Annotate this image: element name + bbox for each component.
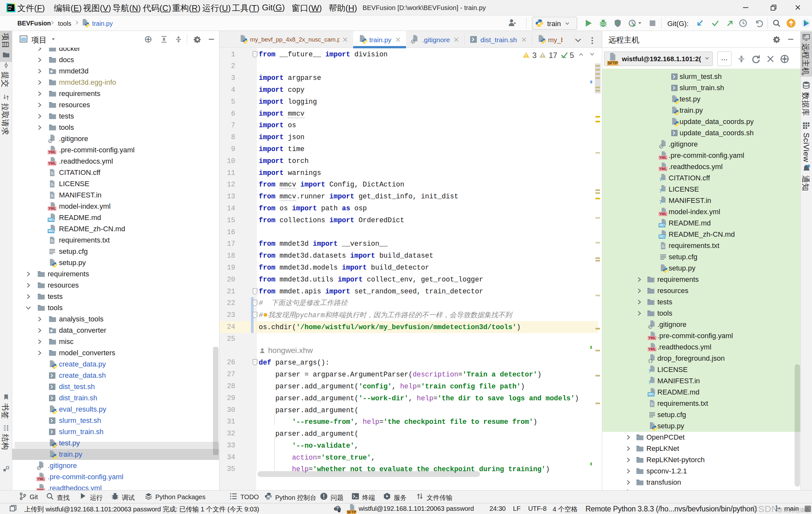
svg-text:PC: PC (8, 5, 12, 8)
